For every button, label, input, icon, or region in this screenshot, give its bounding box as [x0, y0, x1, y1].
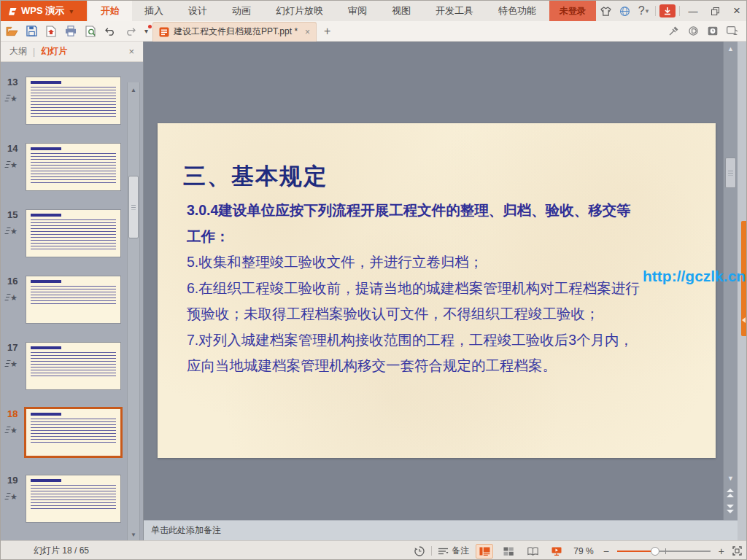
- slide-thumbnail-17[interactable]: 17 ★: [1, 342, 143, 390]
- watermark-link[interactable]: http://gczlk.cn: [643, 268, 747, 285]
- beautify-tool-icon[interactable]: [667, 23, 680, 40]
- slide-thumbnail-19[interactable]: 19 ★: [1, 475, 143, 523]
- minimize-button[interactable]: —: [682, 1, 704, 21]
- animation-star-icon: ★: [6, 492, 17, 502]
- normal-view-button[interactable]: [476, 544, 493, 559]
- divider: |: [33, 47, 35, 57]
- slideshow-button[interactable]: [548, 544, 565, 559]
- fit-to-window-icon[interactable]: [732, 546, 742, 556]
- slide-title[interactable]: 三、基本规定: [183, 161, 328, 192]
- thumbnail-preview[interactable]: [26, 209, 121, 257]
- slide-sorter-button[interactable]: [500, 544, 517, 559]
- chevron-down-icon: ▾: [69, 7, 73, 15]
- slide-canvas[interactable]: 三、基本规定 3.0.4建设单位应按下列流程开展工程文件的整理、归档、验收、移交…: [158, 123, 716, 458]
- zoom-in-button[interactable]: +: [717, 545, 726, 557]
- thumbnail-preview[interactable]: [24, 407, 123, 458]
- notes-bar[interactable]: 单击此处添加备注: [144, 520, 738, 540]
- slide-thumbnail-13[interactable]: 13 ★: [1, 77, 143, 125]
- quick-access-toolbar: ▾ 建设工程文件归档规范PPT.ppt * × +: [1, 21, 747, 42]
- animation-star-icon: ★: [6, 94, 17, 104]
- menu-tab-insert[interactable]: 插入: [132, 1, 176, 21]
- close-button[interactable]: ×: [726, 1, 747, 21]
- body-line: 6.在组织工程竣工验收前，提请当地的城建档案管理机构对工程档案进行: [187, 276, 697, 302]
- reading-view-button[interactable]: [524, 544, 541, 559]
- save-icon[interactable]: [23, 23, 40, 40]
- thumbnail-preview[interactable]: [26, 77, 121, 125]
- open-file-icon[interactable]: [3, 23, 20, 40]
- restore-button[interactable]: [704, 1, 726, 21]
- wps-presentation-window: WPS 演示 ▾ 开始 插入 设计 动画 幻灯片放映 审阅 视图 开发工具 特色…: [0, 0, 747, 560]
- share-icon[interactable]: [726, 23, 739, 40]
- slide-thumbnail-15[interactable]: 15 ★: [1, 209, 143, 257]
- thumbnail-preview[interactable]: [26, 276, 121, 324]
- zoom-slider[interactable]: [617, 546, 711, 556]
- wps-menu-button[interactable]: WPS 演示 ▾: [1, 1, 87, 21]
- body-line: 应向当地城建档案管理机构移交一套符合规定的工程档案。: [187, 353, 697, 379]
- tab-slides[interactable]: 幻灯片: [41, 45, 67, 58]
- export-pdf-icon[interactable]: [42, 23, 60, 40]
- customize-toolbar-button[interactable]: ▾: [144, 27, 148, 35]
- menu-tab-design[interactable]: 设计: [176, 1, 220, 21]
- menu-tab-review[interactable]: 审阅: [336, 1, 379, 21]
- toolbar-right-icons: [667, 23, 739, 40]
- print-preview-icon[interactable]: [82, 23, 99, 40]
- zoom-out-button[interactable]: −: [602, 545, 611, 557]
- close-document-icon[interactable]: ×: [305, 27, 310, 37]
- history-version-icon[interactable]: [706, 23, 719, 40]
- slide-body-text[interactable]: 3.0.4建设单位应按下列流程开展工程文件的整理、归档、验收、移交等 工作： 5…: [187, 198, 697, 379]
- slide-thumbnail-list: 13 ★ 14 ★ 15 ★ 16 ★ 17 ★: [1, 62, 143, 540]
- menu-tab-animation[interactable]: 动画: [220, 1, 263, 21]
- zoom-percentage[interactable]: 79 %: [573, 546, 593, 556]
- body-line: 预验收；未取得工程档案验收认可文件，不得组织工程竣工验收；: [187, 301, 697, 327]
- menu-tab-features[interactable]: 特色功能: [486, 1, 549, 21]
- thumbnail-preview[interactable]: [26, 475, 121, 523]
- skin-icon[interactable]: [596, 1, 615, 21]
- history-icon[interactable]: [414, 546, 425, 556]
- download-updates-icon[interactable]: [658, 1, 677, 21]
- scroll-down-icon[interactable]: ▼: [128, 532, 139, 538]
- divider: [679, 6, 680, 16]
- scroll-down-icon[interactable]: ▼: [724, 475, 738, 482]
- thumbnail-preview[interactable]: [26, 342, 121, 390]
- previous-slide-icon[interactable]: [726, 488, 736, 499]
- slide-thumbnail-18-selected[interactable]: 18 ★: [1, 408, 143, 456]
- chevron-left-icon: [742, 317, 746, 323]
- scrollbar-thumb[interactable]: [128, 176, 139, 238]
- login-button[interactable]: 未登录: [549, 1, 596, 21]
- scroll-up-icon[interactable]: ▲: [128, 87, 139, 93]
- slider-thumb[interactable]: [651, 547, 659, 556]
- thumbnail-preview[interactable]: [26, 143, 121, 191]
- document-tab-title: 建设工程文件归档规范PPT.ppt *: [174, 26, 298, 38]
- print-icon[interactable]: [62, 23, 80, 40]
- menu-tab-devtools[interactable]: 开发工具: [423, 1, 486, 21]
- undo-icon[interactable]: [101, 23, 119, 40]
- tab-outline[interactable]: 大纲: [9, 45, 27, 58]
- body-line: 工作：: [187, 224, 697, 250]
- titlebar: WPS 演示 ▾ 开始 插入 设计 动画 幻灯片放映 审阅 视图 开发工具 特色…: [1, 1, 747, 21]
- animation-star-icon: ★: [6, 426, 17, 435]
- right-gutter: [738, 42, 747, 540]
- slide-thumbnail-14[interactable]: 14 ★: [1, 143, 143, 191]
- next-slide-icon[interactable]: [726, 504, 736, 516]
- divider: [431, 546, 432, 556]
- menu-tab-home[interactable]: 开始: [88, 1, 132, 21]
- help-button[interactable]: ?▾: [634, 1, 653, 21]
- notes-toggle-button[interactable]: 备注: [438, 545, 469, 557]
- docer-icon[interactable]: [686, 23, 700, 40]
- menu-tab-view[interactable]: 视图: [379, 1, 423, 21]
- menu-tab-slideshow[interactable]: 幻灯片放映: [263, 1, 336, 21]
- redo-icon[interactable]: [121, 23, 139, 40]
- network-icon[interactable]: [615, 1, 634, 21]
- close-panel-icon[interactable]: ×: [128, 46, 134, 57]
- animation-star-icon: ★: [6, 293, 17, 303]
- scroll-up-icon[interactable]: ▲: [724, 45, 738, 52]
- scrollbar-thumb[interactable]: [725, 158, 736, 188]
- new-tab-button[interactable]: +: [317, 25, 338, 38]
- animation-star-icon: ★: [6, 160, 17, 170]
- chevron-down-icon: ▾: [646, 7, 649, 15]
- slide-thumbnail-16[interactable]: 16 ★: [1, 276, 143, 324]
- panel-scrollbar[interactable]: ▲ ▼: [127, 82, 140, 540]
- body-line: 5.收集和整理竣工验收文件，并进行立卷归档；: [187, 249, 697, 276]
- notes-placeholder: 单击此处添加备注: [151, 524, 221, 537]
- document-tab[interactable]: 建设工程文件归档规范PPT.ppt * ×: [152, 22, 317, 42]
